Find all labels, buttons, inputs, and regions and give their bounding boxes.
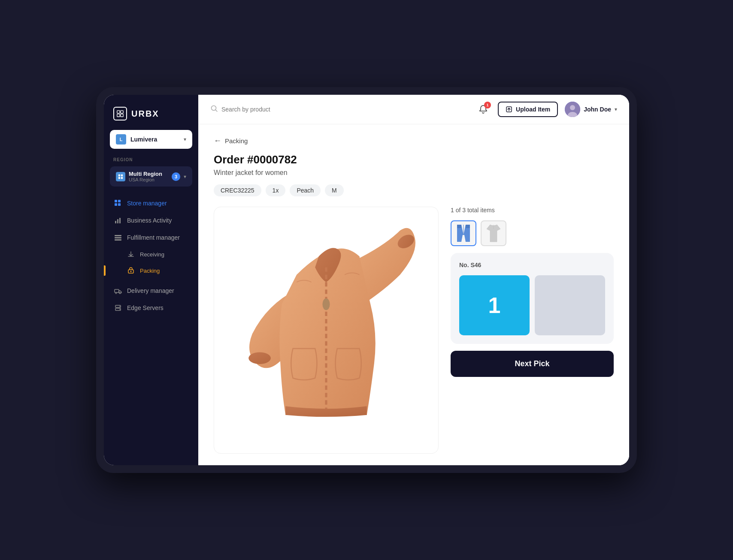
edge-servers-icon <box>114 304 122 312</box>
shelf-cell-1[interactable]: 1 <box>459 275 530 335</box>
region-info: Multi Region USA Region <box>129 171 168 182</box>
svg-point-34 <box>248 352 271 364</box>
store-name: Lumivera <box>130 136 179 143</box>
svg-rect-10 <box>115 203 117 206</box>
svg-point-33 <box>322 298 330 310</box>
region-label: REGION <box>104 157 198 166</box>
sidebar-item-label-store-manager: Store manager <box>127 200 167 207</box>
svg-point-25 <box>119 306 120 307</box>
svg-point-19 <box>130 271 132 272</box>
sidebar-item-receiving[interactable]: Receiving <box>108 247 194 262</box>
store-manager-icon <box>114 199 122 207</box>
sidebar-item-label-packing: Packing <box>140 268 160 274</box>
svg-point-27 <box>212 106 216 111</box>
logo: URBX <box>104 95 198 130</box>
shelf-grid: 1 <box>459 275 605 335</box>
sidebar-item-label-receiving: Receiving <box>140 251 164 258</box>
next-pick-label: Next Pick <box>515 359 549 368</box>
sidebar-item-label-fulfillment: Fulfillment manager <box>127 234 180 241</box>
sidebar-item-business-activity[interactable]: Business Activity <box>108 212 194 229</box>
search-icon <box>210 105 218 114</box>
upload-item-label: Upload Item <box>516 106 550 113</box>
breadcrumb: ← Packing <box>214 136 614 145</box>
sidebar-item-store-manager[interactable]: Store manager <box>108 195 194 211</box>
tag-quantity: 1x <box>266 184 286 196</box>
svg-rect-12 <box>115 221 116 223</box>
svg-rect-7 <box>121 177 123 178</box>
store-selector[interactable]: L Lumivera ▾ <box>110 130 192 149</box>
region-sub: USA Region <box>129 177 168 182</box>
sidebar-item-packing[interactable]: Packing <box>108 263 194 278</box>
fulfillment-icon <box>114 234 122 241</box>
tag-color: Peach <box>290 184 321 196</box>
svg-rect-8 <box>115 200 117 202</box>
receiving-icon <box>127 250 135 258</box>
next-pick-button[interactable]: Next Pick <box>451 351 614 377</box>
logo-text: URBX <box>131 109 159 119</box>
sidebar-item-fulfillment-manager[interactable]: Fulfillment manager <box>108 229 194 246</box>
user-name: John Doe <box>584 106 611 113</box>
svg-rect-17 <box>115 239 121 241</box>
items-thumbnails <box>451 220 614 246</box>
svg-rect-3 <box>121 114 123 117</box>
sidebar-item-edge-servers[interactable]: Edge Servers <box>108 300 194 316</box>
user-profile[interactable]: John Doe ▾ <box>565 102 617 117</box>
svg-point-21 <box>115 292 117 294</box>
order-subtitle: Winter jacket for women <box>214 169 614 177</box>
business-activity-icon <box>114 217 122 224</box>
avatar <box>565 102 580 117</box>
svg-rect-6 <box>118 177 120 178</box>
main-content: 1 Upload Item <box>198 95 629 465</box>
product-image-card <box>214 207 439 454</box>
store-icon: L <box>116 134 126 145</box>
svg-rect-13 <box>117 219 118 223</box>
sidebar-item-delivery-manager[interactable]: Delivery manager <box>108 283 194 299</box>
svg-rect-2 <box>117 114 120 117</box>
region-selector[interactable]: Multi Region USA Region 3 ▾ <box>110 166 192 187</box>
shelf-cell-2[interactable] <box>535 275 605 335</box>
packing-active-indicator <box>104 265 106 276</box>
svg-rect-16 <box>115 237 121 238</box>
items-count: 1 of 3 total items <box>451 207 614 214</box>
nav-items: Store manager Business Activity <box>104 195 198 316</box>
sidebar-item-label-business-activity: Business Activity <box>127 217 172 224</box>
page-content: ← Packing Order #0000782 Winter jacket f… <box>198 124 629 465</box>
svg-rect-1 <box>121 111 123 113</box>
tag-size: M <box>325 184 344 196</box>
svg-rect-14 <box>119 218 121 223</box>
upload-item-button[interactable]: Upload Item <box>498 102 558 117</box>
user-chevron-icon: ▾ <box>615 106 617 112</box>
region-chevron-icon: ▾ <box>184 174 186 180</box>
packing-icon <box>127 267 135 274</box>
back-button[interactable]: ← <box>214 136 221 145</box>
header-actions: 1 Upload Item <box>476 102 617 117</box>
thumbnail-2[interactable] <box>481 220 506 246</box>
region-name: Multi Region <box>129 171 168 177</box>
notification-button[interactable]: 1 <box>476 102 491 117</box>
sidebar: URBX L Lumivera ▾ REGION <box>104 95 198 465</box>
order-title: Order #0000782 <box>214 153 614 166</box>
sidebar-item-label-delivery: Delivery manager <box>127 287 174 294</box>
thumbnail-1[interactable] <box>451 220 476 246</box>
breadcrumb-text: Packing <box>225 137 248 145</box>
svg-rect-20 <box>115 289 119 292</box>
right-panel: 1 of 3 total items <box>451 207 614 377</box>
shelf-cell-number: 1 <box>488 292 501 318</box>
product-image <box>223 216 430 445</box>
search-container <box>210 105 469 114</box>
shelf-label: No. S46 <box>459 262 605 268</box>
sidebar-item-label-edge-servers: Edge Servers <box>127 304 164 311</box>
svg-rect-5 <box>121 174 123 176</box>
delivery-icon <box>114 287 122 295</box>
svg-rect-0 <box>117 111 120 113</box>
region-badge: 3 <box>172 172 180 181</box>
notification-badge: 1 <box>484 102 491 108</box>
region-icon <box>116 172 125 181</box>
content-row: 1 of 3 total items <box>214 207 614 454</box>
tags-row: CREC32225 1x Peach M <box>214 184 614 196</box>
svg-rect-9 <box>118 200 121 202</box>
svg-rect-11 <box>118 203 121 206</box>
shelf-card: No. S46 1 <box>451 253 614 344</box>
tag-sku: CREC32225 <box>214 184 261 196</box>
search-input[interactable] <box>221 106 469 113</box>
